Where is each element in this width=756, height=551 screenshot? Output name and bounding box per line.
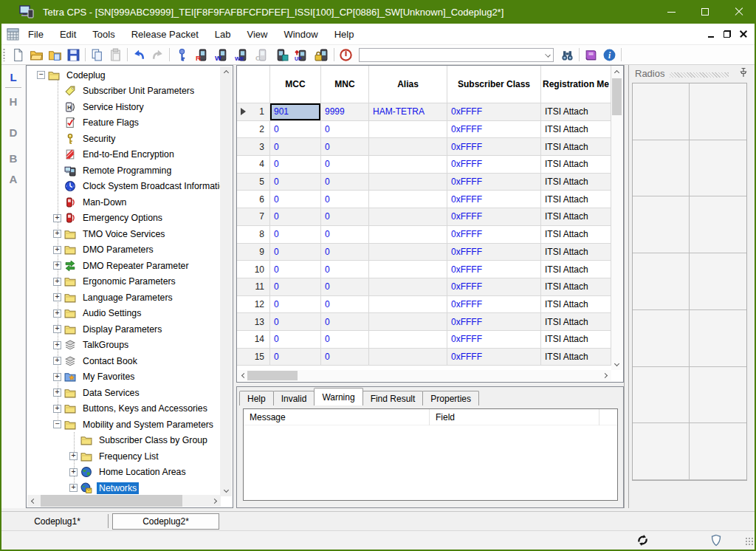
tree-item-feature-flags[interactable]: Feature Flags <box>27 115 220 131</box>
menu-lab[interactable]: Lab <box>207 25 238 44</box>
grid-cell-subscriber_class[interactable]: 0xFFFF <box>447 244 541 261</box>
expand-icon[interactable]: + <box>53 405 61 413</box>
tree-vertical-scrollbar[interactable] <box>220 66 232 496</box>
upgrade-radio-icon[interactable]: UP <box>292 46 312 64</box>
tree-item-subscriber-class-by-group[interactable]: Subscriber Class by Group <box>27 433 220 449</box>
minimize-button[interactable] <box>654 0 688 24</box>
grid-cell-mcc[interactable]: 0 <box>270 278 321 296</box>
row-header[interactable]: 15 <box>237 349 270 366</box>
book-icon[interactable] <box>582 46 600 64</box>
tree-item-my-favorites[interactable]: +My Favorites <box>27 369 220 386</box>
grid-cell-subscriber_class[interactable]: 0xFFFF <box>447 121 541 139</box>
tab-codeplug1[interactable]: Codeplug1* <box>7 513 107 530</box>
output-tab-warning[interactable]: Warning <box>314 388 362 405</box>
close-button[interactable] <box>722 0 756 24</box>
grid-cell-mcc[interactable]: 0 <box>270 313 321 331</box>
tree-item-codeplug[interactable]: −Codeplug <box>27 67 220 83</box>
redo-icon[interactable] <box>148 46 167 64</box>
radio-slot[interactable] <box>633 367 690 424</box>
radio-slot[interactable] <box>690 83 746 140</box>
column-header-registration-me[interactable]: Registration Me <box>541 66 611 103</box>
panel-splitter[interactable] <box>624 65 629 508</box>
row-header[interactable]: 4 <box>237 156 270 174</box>
grid-cell-subscriber_class[interactable]: 0xFFFF <box>447 208 541 226</box>
stop-icon[interactable] <box>337 46 355 64</box>
mdi-minimize-button[interactable] <box>703 27 719 41</box>
column-header-subscriber-class[interactable]: Subscriber Class <box>447 66 541 103</box>
radio-slot[interactable] <box>633 140 690 197</box>
tree-item-contact-book[interactable]: +Contact Book <box>27 353 220 369</box>
expand-icon[interactable]: + <box>53 230 61 238</box>
grid-cell-alias[interactable] <box>369 226 447 244</box>
grid-cell-registration[interactable]: ITSI Attach <box>541 261 611 278</box>
grid-cell-mnc[interactable]: 0 <box>321 244 369 261</box>
tree-item-security[interactable]: Security <box>27 131 220 147</box>
clone-radio-icon[interactable]: C <box>252 46 272 64</box>
row-header[interactable]: 14 <box>237 331 270 349</box>
write-radio-icon[interactable]: W <box>212 46 232 64</box>
grid-cell-alias[interactable] <box>369 208 447 226</box>
save-icon[interactable] <box>64 46 83 64</box>
grid-cell-mnc[interactable]: 0 <box>321 156 369 174</box>
grid-cell-registration[interactable]: ITSI Attach <box>541 208 611 226</box>
grid-cell-mnc[interactable]: 0 <box>321 226 369 244</box>
grid-cell-alias[interactable] <box>369 121 447 139</box>
column-header-mcc[interactable]: MCC <box>270 66 321 103</box>
grid-cell-registration[interactable]: ITSI Attach <box>541 296 611 314</box>
radio-slot[interactable] <box>690 423 746 480</box>
expand-icon[interactable]: + <box>53 389 61 397</box>
expand-icon[interactable]: + <box>53 278 61 286</box>
grid-cell-mcc[interactable]: 0 <box>270 261 321 278</box>
grid-cell-mcc[interactable]: 901 <box>270 103 321 121</box>
grid-cell-subscriber_class[interactable]: 0xFFFF <box>447 349 541 366</box>
tree-item-tmo-voice-services[interactable]: +TMO Voice Services <box>27 226 220 242</box>
grid-cell-registration[interactable]: ITSI Attach <box>541 331 611 349</box>
grid-cell-registration[interactable]: ITSI Attach <box>541 349 611 366</box>
row-header[interactable]: 1 <box>237 103 270 121</box>
grid-cell-registration[interactable]: ITSI Attach <box>541 138 611 156</box>
menu-tools[interactable]: Tools <box>85 25 122 44</box>
row-header[interactable]: 12 <box>237 296 270 314</box>
row-header[interactable]: 11 <box>237 278 270 296</box>
tree-item-ergonomic-parameters[interactable]: +Ergonomic Parameters <box>27 274 220 290</box>
output-tab-help[interactable]: Help <box>239 391 274 405</box>
expand-icon[interactable]: + <box>53 357 61 365</box>
grid-cell-mnc[interactable]: 0 <box>321 349 369 366</box>
radio-slot[interactable] <box>633 83 690 140</box>
radios-panel-grip[interactable] <box>670 72 729 78</box>
grid-cell-mcc[interactable]: 0 <box>270 331 321 349</box>
grid-cell-mcc[interactable]: 0 <box>270 121 321 139</box>
row-header[interactable]: 5 <box>237 174 270 191</box>
menu-file[interactable]: File <box>21 25 51 44</box>
dock-tab-H[interactable]: H <box>1 95 25 108</box>
mdi-system-icon[interactable] <box>7 28 19 41</box>
lock-radio-icon[interactable] <box>312 46 331 64</box>
radio-info-icon[interactable] <box>272 46 292 64</box>
collapse-icon[interactable]: − <box>53 420 61 428</box>
dock-tab-B[interactable]: B <box>1 152 25 165</box>
key-icon[interactable] <box>172 46 192 64</box>
tree-item-buttons-keys-and-accessories[interactable]: +Buttons, Keys and Accessories <box>27 401 220 417</box>
grid-cell-mcc[interactable]: 0 <box>270 296 321 314</box>
expand-icon[interactable]: + <box>69 484 78 492</box>
grid-cell-mcc[interactable]: 0 <box>270 208 321 226</box>
grid-cell-subscriber_class[interactable]: 0xFFFF <box>447 278 541 296</box>
grid-cell-subscriber_class[interactable]: 0xFFFF <box>447 313 541 331</box>
grid-cell-registration[interactable]: ITSI Attach <box>541 278 611 296</box>
row-header[interactable]: 2 <box>237 121 270 139</box>
grid-cell-mnc[interactable]: 0 <box>321 208 369 226</box>
grid-cell-registration[interactable]: ITSI Attach <box>541 121 611 139</box>
column-header-alias[interactable]: Alias <box>369 66 447 103</box>
tree-item-dmo-repeater-parameter[interactable]: +DMO Repeater Parameter <box>27 258 220 274</box>
write-enhanced-radio-icon[interactable]: WE <box>232 46 252 64</box>
radio-slot[interactable] <box>690 140 746 197</box>
grid-cell-mnc[interactable]: 0 <box>321 296 369 314</box>
tree-item-language-parameters[interactable]: +Language Parameters <box>27 290 220 306</box>
grid-cell-subscriber_class[interactable]: 0xFFFF <box>447 191 541 208</box>
grid-cell-subscriber_class[interactable]: 0xFFFF <box>447 296 541 314</box>
grid-cell-mnc[interactable]: 0 <box>321 278 369 296</box>
grid-cell-subscriber_class[interactable]: 0xFFFF <box>447 174 541 191</box>
search-combobox[interactable] <box>359 48 554 62</box>
grid-cell-registration[interactable]: ITSI Attach <box>541 156 611 174</box>
tree-item-man-down[interactable]: Man-Down <box>27 194 220 211</box>
